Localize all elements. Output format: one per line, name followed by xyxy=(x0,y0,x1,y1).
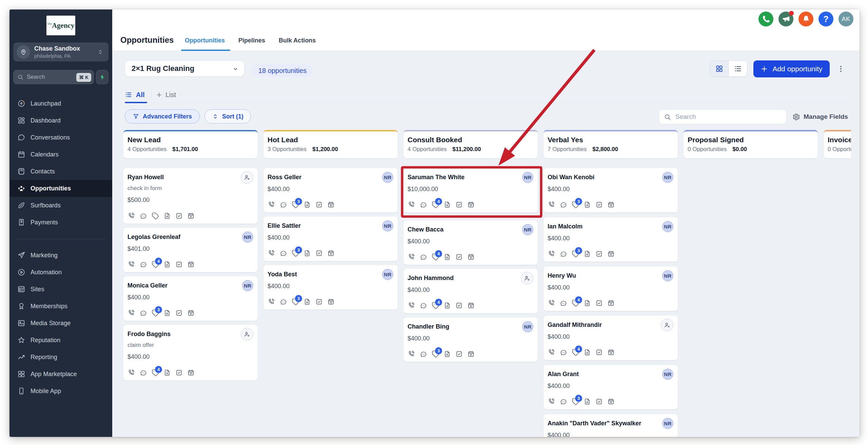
tag-icon[interactable]: 4 xyxy=(432,253,439,261)
header-tab-opportunities[interactable]: Opportunities xyxy=(185,10,225,51)
notifications-button[interactable] xyxy=(798,12,813,26)
note-icon[interactable] xyxy=(443,302,451,309)
task-icon[interactable] xyxy=(455,350,463,358)
sidebar-item-launchpad[interactable]: Launchpad xyxy=(9,95,112,112)
note-icon[interactable] xyxy=(303,201,311,208)
sidebar-item-app-marketplace[interactable]: App Marketplace xyxy=(9,366,112,383)
sidebar-item-contacts[interactable]: Contacts xyxy=(9,163,112,180)
manage-fields-button[interactable]: Manage Fields xyxy=(792,109,848,124)
sidebar-search-input[interactable]: Search ⌘ K xyxy=(13,70,94,84)
calendar-plus-icon[interactable] xyxy=(187,212,195,220)
message-icon[interactable] xyxy=(420,201,427,208)
header-tab-pipelines[interactable]: Pipelines xyxy=(238,10,265,51)
header-tab-bulk-actions[interactable]: Bulk Actions xyxy=(279,10,316,51)
tag-icon[interactable]: 4 xyxy=(152,369,159,376)
sidebar-item-media-storage[interactable]: Media Storage xyxy=(9,315,112,332)
board-search-input[interactable]: Search xyxy=(659,109,787,124)
advanced-filters-button[interactable]: Advanced Filters xyxy=(125,109,200,124)
phone-icon[interactable] xyxy=(128,309,135,317)
opportunity-card[interactable]: Frodo Bagginsclaim offer$400.004 xyxy=(123,325,258,381)
message-icon[interactable] xyxy=(560,201,567,208)
message-icon[interactable] xyxy=(560,250,567,258)
message-icon[interactable] xyxy=(560,398,567,405)
task-icon[interactable] xyxy=(315,298,323,305)
tag-icon[interactable] xyxy=(152,212,159,220)
tag-icon[interactable]: 4 xyxy=(152,261,159,268)
calendar-plus-icon[interactable] xyxy=(607,398,615,405)
calendar-plus-icon[interactable] xyxy=(327,298,335,305)
calendar-plus-icon[interactable] xyxy=(187,261,195,268)
sidebar-item-conversations[interactable]: Conversations xyxy=(9,129,112,146)
opportunity-card[interactable]: Gandalf Mithrandir$400.004 xyxy=(544,316,678,360)
note-icon[interactable] xyxy=(163,369,171,376)
announcements-button[interactable] xyxy=(778,12,793,26)
help-button[interactable]: ? xyxy=(818,12,833,26)
calendar-plus-icon[interactable] xyxy=(607,250,615,258)
tag-icon[interactable]: 3 xyxy=(292,298,299,305)
phone-icon[interactable] xyxy=(548,299,555,307)
message-icon[interactable] xyxy=(560,299,567,307)
tag-icon[interactable]: 3 xyxy=(572,201,579,208)
phone-icon[interactable] xyxy=(128,369,135,376)
tab-add-list[interactable]: List xyxy=(156,87,176,103)
sidebar-item-sites[interactable]: Sites xyxy=(9,281,112,298)
tag-icon[interactable]: 4 xyxy=(432,201,439,208)
opportunity-card[interactable]: Chandler Bing$400.003NR xyxy=(403,317,538,362)
opportunity-card[interactable]: Anakin "Darth Vader" Skywalker$400.00NR xyxy=(544,414,678,437)
sidebar-item-marketing[interactable]: Marketing xyxy=(9,247,112,264)
sidebar-item-calendars[interactable]: Calendars xyxy=(9,146,112,163)
opportunity-card[interactable]: Chew Bacca$400.004NR xyxy=(403,220,538,265)
calendar-plus-icon[interactable] xyxy=(607,201,615,208)
pipeline-select[interactable]: 2×1 Rug Cleaning xyxy=(125,60,244,77)
message-icon[interactable] xyxy=(140,212,147,220)
location-switcher[interactable]: Chase Sandbox philadelphia, PA xyxy=(13,42,108,61)
note-icon[interactable] xyxy=(443,253,451,261)
tag-icon[interactable]: 3 xyxy=(432,350,439,358)
more-options-button[interactable] xyxy=(836,63,846,75)
task-icon[interactable] xyxy=(175,212,183,220)
opportunity-card[interactable]: Obi Wan Kenobi$400.003NR xyxy=(544,168,678,212)
avatar-button[interactable]: AK xyxy=(839,12,853,26)
message-icon[interactable] xyxy=(280,201,287,208)
calendar-plus-icon[interactable] xyxy=(467,350,475,358)
opportunity-card[interactable]: John Hammond$400.004 xyxy=(403,269,538,313)
opportunity-card[interactable]: Ellie Sattler$400.003NR xyxy=(263,217,398,261)
task-icon[interactable] xyxy=(315,201,323,208)
tag-icon[interactable]: 3 xyxy=(572,250,579,258)
tag-icon[interactable]: 3 xyxy=(292,249,299,257)
phone-icon[interactable] xyxy=(268,249,275,257)
message-icon[interactable] xyxy=(420,253,427,261)
tag-icon[interactable]: 3 xyxy=(152,309,159,317)
note-icon[interactable] xyxy=(163,212,171,220)
message-icon[interactable] xyxy=(140,261,147,268)
opportunity-card[interactable]: Monica Geller$400.003NR xyxy=(123,276,258,321)
tag-icon[interactable]: 3 xyxy=(572,398,579,405)
sidebar-item-mobile-app[interactable]: Mobile App xyxy=(9,383,112,400)
message-icon[interactable] xyxy=(420,350,427,358)
phone-icon[interactable] xyxy=(128,261,135,268)
task-icon[interactable] xyxy=(455,201,463,208)
phone-icon[interactable] xyxy=(268,298,275,305)
calendar-plus-icon[interactable] xyxy=(467,253,475,261)
sort-button[interactable]: Sort (1) xyxy=(204,109,251,124)
quick-actions-button[interactable] xyxy=(96,70,108,84)
opportunity-card[interactable]: Alan Grant$400.003NR xyxy=(544,365,678,409)
opportunity-card[interactable]: Yoda Best$400.003NR xyxy=(263,265,398,310)
message-icon[interactable] xyxy=(280,249,287,257)
tab-all[interactable]: All xyxy=(125,87,145,103)
task-icon[interactable] xyxy=(595,398,603,405)
sidebar-item-reputation[interactable]: Reputation xyxy=(9,332,112,349)
phone-icon[interactable] xyxy=(548,201,555,208)
phone-icon[interactable] xyxy=(408,350,415,358)
add-opportunity-button[interactable]: Add opportunity xyxy=(753,60,830,77)
note-icon[interactable] xyxy=(443,201,451,208)
note-icon[interactable] xyxy=(584,250,591,258)
sidebar-item-payments[interactable]: Payments xyxy=(9,214,112,231)
tag-icon[interactable]: 4 xyxy=(572,349,579,356)
sidebar-item-reporting[interactable]: Reporting xyxy=(9,349,112,366)
phone-icon[interactable] xyxy=(408,302,415,309)
phone-icon[interactable] xyxy=(548,398,555,405)
message-icon[interactable] xyxy=(420,302,427,309)
calendar-plus-icon[interactable] xyxy=(187,369,195,376)
message-icon[interactable] xyxy=(140,369,147,376)
